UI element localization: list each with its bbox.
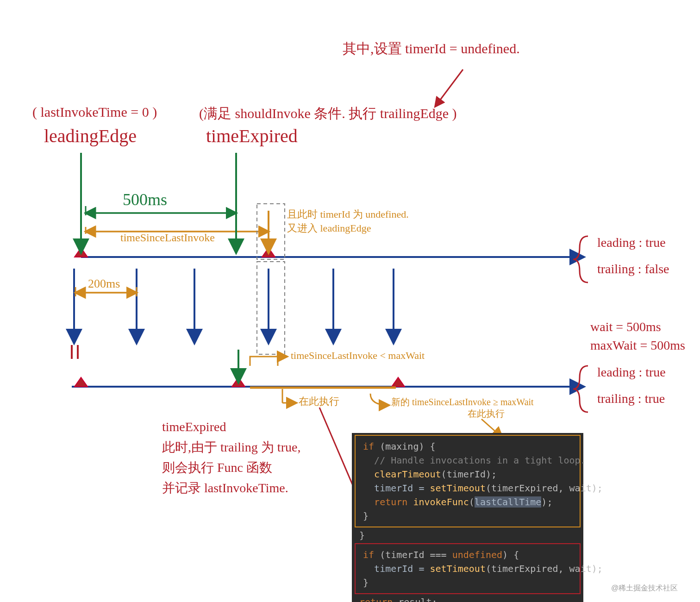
label-exec-here-1: 在此执行: [299, 395, 339, 408]
arg-lastcalltime: lastCallTime: [475, 496, 542, 508]
label-wait: wait = 500ms: [590, 320, 661, 334]
brace-top-trailing: trailing : false: [597, 262, 669, 276]
label-200ms: 200ms: [88, 277, 120, 291]
marker-triangle: [392, 377, 405, 387]
note-lastinvoke-zero: ( lastInvokeTime = 0 ): [32, 104, 157, 120]
label-time-expired: timeExpired: [206, 125, 298, 147]
kw-return: return: [374, 496, 407, 508]
kw-return: return: [359, 596, 393, 602]
fn-invokefunc: invokeFunc: [413, 496, 469, 508]
code-text: );: [541, 496, 552, 508]
kw-if: if: [363, 549, 374, 560]
kw-undefined: undefined: [452, 549, 502, 560]
note-timerid-undefined: 且此时 timerId 为 undefined.: [287, 207, 409, 221]
code-text: result;: [393, 596, 437, 602]
label-since-lt-max: timeSinceLastInvoke < maxWait: [291, 350, 425, 362]
fn-settimeout: setTimeout: [430, 563, 486, 574]
code-text: ) {: [502, 549, 519, 560]
code-text: (timerId);: [441, 469, 497, 480]
fn-cleartimeout: clearTimeout: [374, 469, 441, 480]
note-set-undefined: 其中,设置 timerId = undefined.: [343, 39, 520, 58]
code-text: (: [469, 496, 475, 508]
label-leading-edge: leadingEdge: [44, 125, 137, 147]
svg-rect-16: [257, 262, 285, 354]
note-should-invoke: (满足 shouldInvoke 条件. 执行 trailingEdge ): [199, 104, 457, 123]
note-reenter-leading: 又进入 leadingEdge: [287, 221, 371, 235]
code-text: timerId =: [374, 483, 430, 494]
label-since-ge-max: 新的 timeSinceLastInvoke ≥ maxWait: [391, 396, 534, 408]
fn-settimeout: setTimeout: [430, 483, 486, 494]
code-text: }: [363, 510, 369, 521]
code-text: (maxing) {: [374, 441, 435, 452]
code-comment: // Handle invocations in a tight loop.: [374, 455, 586, 466]
label-500ms: 500ms: [123, 190, 167, 209]
arrow-note-top: [435, 69, 463, 107]
code-text: [407, 496, 413, 508]
code-text: (timerExpired, wait);: [486, 483, 603, 494]
brace-bot-leading: leading : true: [597, 365, 666, 380]
code-text: timerId =: [374, 563, 430, 574]
code-text: (timerExpired, wait);: [486, 563, 603, 574]
brace-bottom: [573, 366, 588, 412]
code-text: }: [363, 577, 369, 588]
label-since-invoke: timeSinceLastInvoke: [120, 232, 215, 244]
marker-triangle: [75, 377, 88, 387]
label-exec-here-2: 在此执行: [468, 408, 505, 420]
brace-top-leading: leading : true: [597, 235, 666, 250]
watermark: @稀土掘金技术社区: [611, 583, 678, 593]
kw-if: if: [363, 441, 374, 452]
brace-bot-trailing: trailing : true: [597, 391, 665, 406]
code-block: if (maxing) { // Handle invocations in a…: [352, 433, 583, 602]
brace-top: [573, 236, 588, 282]
call-arrows: [74, 269, 394, 343]
code-text: }: [359, 530, 365, 541]
diagram-canvas: [0, 0, 700, 602]
label-maxwait: maxWait = 500ms: [590, 338, 685, 353]
code-text: (timerId ===: [374, 549, 452, 560]
code-highlight-red: if (timerId === undefined) { timerId = s…: [355, 543, 581, 594]
code-highlight-orange: if (maxing) { // Handle invocations in a…: [355, 435, 581, 527]
note-bottom: timeExpired 此时,由于 trailing 为 true, 则会执行 …: [162, 417, 300, 498]
